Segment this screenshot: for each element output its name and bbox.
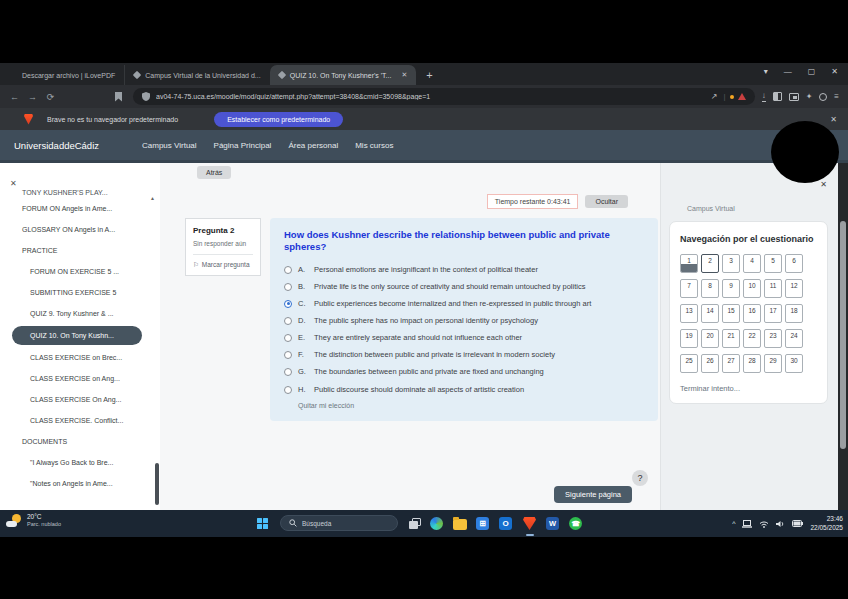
help-button[interactable]: ? bbox=[632, 470, 648, 486]
nav-area-personal[interactable]: Área personal bbox=[288, 141, 338, 150]
sidebar-item[interactable]: TONY KUSHNER'S PLAY... bbox=[0, 187, 152, 198]
word-app-icon[interactable]: W bbox=[546, 517, 559, 530]
finish-attempt-link[interactable]: Terminar intento... bbox=[680, 384, 817, 393]
question-nav-button[interactable]: 9 bbox=[722, 279, 740, 298]
radio-button[interactable] bbox=[284, 368, 292, 376]
sidebar-item[interactable]: SUBMITTING EXERCISE 5 bbox=[0, 282, 152, 303]
nav-campus-virtual[interactable]: Campus Virtual bbox=[142, 141, 197, 150]
address-bar[interactable]: av04-74-75.uca.es/moodle/mod/quiz/attemp… bbox=[133, 88, 755, 105]
sidebar-item[interactable]: QUIZ 10. On Tony Kushn... bbox=[12, 326, 142, 345]
question-nav-button[interactable]: 1 bbox=[680, 254, 698, 273]
question-nav-button[interactable]: 5 bbox=[764, 254, 782, 273]
sidebar-item[interactable]: FORUM ON EXERCISE 5 ... bbox=[0, 261, 152, 282]
question-nav-button[interactable]: 21 bbox=[722, 329, 740, 348]
flag-question-link[interactable]: ⚐ Marcar pregunta bbox=[193, 260, 253, 269]
question-nav-button[interactable]: 4 bbox=[743, 254, 761, 273]
radio-button[interactable] bbox=[284, 334, 292, 342]
hide-timer-button[interactable]: Ocultar bbox=[585, 195, 628, 208]
browser-scrollbar[interactable] bbox=[838, 163, 848, 510]
question-nav-button[interactable]: 23 bbox=[764, 329, 782, 348]
radio-button[interactable] bbox=[284, 351, 292, 359]
weather-widget[interactable]: 20°C Parc. nublado bbox=[6, 513, 61, 528]
laptop-tray-icon[interactable] bbox=[742, 520, 752, 528]
question-nav-button[interactable]: 11 bbox=[764, 279, 782, 298]
share-icon[interactable]: ↗ bbox=[711, 92, 718, 101]
start-button[interactable] bbox=[257, 518, 269, 530]
taskbar-search[interactable]: Búsqueda bbox=[280, 515, 398, 531]
wifi-tray-icon[interactable] bbox=[759, 520, 769, 528]
sidebar-scrollbar-thumb[interactable] bbox=[155, 463, 159, 505]
edge-app-icon[interactable] bbox=[430, 517, 443, 530]
question-nav-button[interactable]: 2 bbox=[701, 254, 719, 273]
nav-pagina-principal[interactable]: Página Principal bbox=[214, 141, 272, 150]
battery-tray-icon[interactable] bbox=[792, 520, 803, 527]
answer-option[interactable]: F.The distinction between public and pri… bbox=[284, 350, 644, 360]
radio-button[interactable] bbox=[284, 283, 292, 291]
question-nav-button[interactable]: 20 bbox=[701, 329, 719, 348]
question-nav-button[interactable]: 27 bbox=[722, 354, 740, 373]
sidebar-item[interactable]: FORUM ON Angels in Ame... bbox=[0, 198, 152, 219]
question-nav-button[interactable]: 18 bbox=[785, 304, 803, 323]
microsoft-store-app-icon[interactable]: ⊞ bbox=[476, 517, 489, 530]
browser-tab[interactable]: QUIZ 10. On Tony Kushner's 'T...✕ bbox=[270, 65, 417, 85]
split-view-icon[interactable] bbox=[773, 92, 782, 101]
answer-option[interactable]: H.Public discourse should dominate all a… bbox=[284, 385, 644, 395]
new-tab-button[interactable]: + bbox=[426, 69, 432, 81]
question-nav-button[interactable]: 12 bbox=[785, 279, 803, 298]
radio-button[interactable] bbox=[284, 266, 292, 274]
question-nav-button[interactable]: 24 bbox=[785, 329, 803, 348]
tab-search-icon[interactable]: ▾ bbox=[764, 67, 768, 76]
sidebar-item[interactable]: "Notes on Angels in Ame... bbox=[0, 473, 152, 494]
question-nav-button[interactable]: 7 bbox=[680, 279, 698, 298]
answer-option[interactable]: B.Private life is the only source of cre… bbox=[284, 282, 644, 292]
question-nav-button[interactable]: 13 bbox=[680, 304, 698, 323]
forward-icon[interactable]: → bbox=[27, 92, 38, 102]
sidebar-item[interactable]: GLOSSARY ON Angels in A... bbox=[0, 219, 152, 240]
sidebar-item[interactable]: CLASS EXERCISE on Brec... bbox=[0, 347, 152, 368]
question-nav-button[interactable]: 25 bbox=[680, 354, 698, 373]
brave-rewards-icon[interactable] bbox=[819, 93, 827, 101]
sidebar-item[interactable]: CLASS EXERCISE on Ang... bbox=[0, 368, 152, 389]
question-nav-button[interactable]: 19 bbox=[680, 329, 698, 348]
clear-choice-link[interactable]: Quitar mi elección bbox=[298, 402, 644, 409]
nav-mis-cursos[interactable]: Mis cursos bbox=[355, 141, 393, 150]
downloads-icon[interactable]: ↓ bbox=[762, 92, 766, 102]
radio-button[interactable] bbox=[284, 317, 292, 325]
back-icon[interactable]: ← bbox=[9, 92, 20, 102]
task-view-button[interactable] bbox=[409, 518, 422, 529]
question-nav-button[interactable]: 22 bbox=[743, 329, 761, 348]
whatsapp-app-icon[interactable]: ☎ bbox=[569, 517, 582, 530]
set-default-button[interactable]: Establecer como predeterminado bbox=[214, 112, 343, 127]
radio-button[interactable] bbox=[284, 386, 292, 394]
taskbar-clock[interactable]: 23:46 22/05/2025 bbox=[810, 515, 843, 532]
menu-icon[interactable]: ≡ bbox=[834, 92, 839, 101]
sidebar-item[interactable]: DOCUMENTS bbox=[0, 431, 152, 452]
question-nav-button[interactable]: 10 bbox=[743, 279, 761, 298]
sidebar-item[interactable]: QUIZ 9. Tony Kushner & ... bbox=[0, 303, 152, 324]
answer-option[interactable]: G.The boundaries between public and priv… bbox=[284, 367, 644, 377]
radio-button[interactable] bbox=[284, 300, 292, 308]
answer-option[interactable]: E.They are entirely separate and should … bbox=[284, 333, 644, 343]
browser-tab[interactable]: Campus Virtual de la Universidad d... bbox=[124, 65, 269, 85]
answer-option[interactable]: C.Public experiences become internalized… bbox=[284, 299, 644, 309]
question-nav-button[interactable]: 17 bbox=[764, 304, 782, 323]
outlook-app-icon[interactable]: O bbox=[499, 517, 512, 530]
volume-tray-icon[interactable] bbox=[776, 520, 785, 528]
question-nav-button[interactable]: 16 bbox=[743, 304, 761, 323]
question-nav-button[interactable]: 3 bbox=[722, 254, 740, 273]
site-security-shield-icon[interactable] bbox=[142, 92, 150, 101]
question-nav-button[interactable]: 26 bbox=[701, 354, 719, 373]
answer-option[interactable]: A.Personal emotions are insignificant in… bbox=[284, 265, 644, 275]
minimize-button[interactable]: — bbox=[784, 67, 792, 76]
sidebar-item[interactable]: "I Always Go Back to Bre... bbox=[0, 452, 152, 473]
university-logo[interactable]: UniversidaddeCádiz bbox=[14, 140, 99, 151]
file-explorer-app-icon[interactable] bbox=[453, 519, 467, 530]
question-nav-button[interactable]: 6 bbox=[785, 254, 803, 273]
browser-tab[interactable]: Descargar archivo | iLovePDF bbox=[8, 65, 124, 85]
question-nav-button[interactable]: 14 bbox=[701, 304, 719, 323]
reading-mode-icon[interactable] bbox=[789, 93, 799, 101]
sidebar-item[interactable]: CLASS EXERCISE. Conflict... bbox=[0, 410, 152, 431]
back-button[interactable]: Atrás bbox=[197, 166, 231, 179]
tray-expand-icon[interactable]: ^ bbox=[732, 520, 735, 527]
question-nav-button[interactable]: 8 bbox=[701, 279, 719, 298]
